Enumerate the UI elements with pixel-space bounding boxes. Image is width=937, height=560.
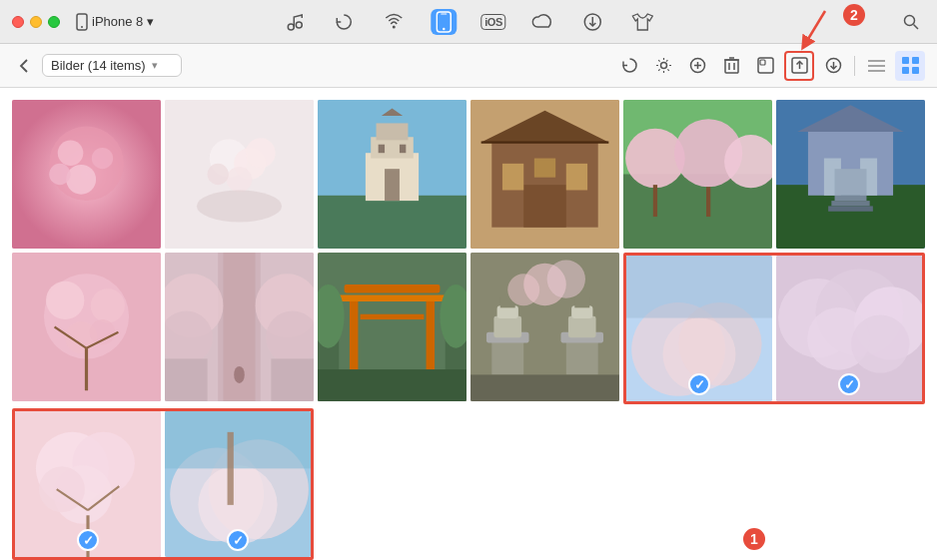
svg-point-139: [36, 432, 109, 505]
svg-point-148: [209, 439, 309, 539]
grid-view-button[interactable]: [895, 51, 925, 81]
photo-item[interactable]: [12, 253, 161, 401]
svg-point-133: [778, 279, 857, 357]
view-divider: [854, 56, 855, 76]
svg-rect-78: [835, 169, 867, 196]
export-button[interactable]: [784, 51, 814, 81]
svg-rect-70: [653, 185, 657, 217]
selection-group-1: ✓ ✓: [623, 253, 925, 404]
upload-button[interactable]: [818, 51, 848, 81]
svg-point-13: [660, 63, 666, 69]
svg-point-134: [816, 270, 904, 357]
toolbar-center: iOS: [281, 9, 655, 35]
svg-rect-118: [566, 337, 598, 374]
svg-point-44: [227, 167, 253, 193]
backup-icon[interactable]: [331, 9, 357, 35]
photo-grid: ✓ ✓: [8, 96, 929, 560]
svg-rect-17: [725, 60, 738, 73]
selection-group-2: ✓ ✓: [12, 408, 314, 560]
svg-rect-111: [318, 369, 467, 401]
minimize-button[interactable]: [30, 16, 42, 28]
device-selector[interactable]: iPhone 8 ▾: [76, 13, 154, 31]
svg-rect-151: [228, 432, 234, 505]
svg-point-84: [46, 281, 84, 319]
ios-icon[interactable]: iOS: [480, 14, 505, 30]
phone-icon[interactable]: [431, 9, 457, 35]
photo-item[interactable]: [165, 100, 314, 249]
svg-rect-34: [912, 67, 919, 74]
device-name: iPhone 8: [92, 14, 143, 29]
list-view-button[interactable]: [861, 51, 891, 81]
photo-item[interactable]: [623, 100, 772, 249]
svg-rect-115: [493, 316, 521, 337]
device-chevron: ▾: [147, 14, 154, 29]
svg-point-141: [54, 465, 112, 523]
folder-chevron: ▾: [152, 59, 158, 72]
svg-point-125: [507, 274, 539, 305]
wallpaper-button[interactable]: [750, 51, 780, 81]
device-phone-icon: [76, 13, 88, 31]
svg-rect-102: [345, 284, 441, 293]
svg-line-11: [914, 24, 919, 29]
svg-rect-33: [902, 67, 909, 74]
svg-rect-49: [318, 196, 467, 249]
toolbar-actions: [614, 51, 925, 81]
maximize-button[interactable]: [48, 16, 60, 28]
refresh-button[interactable]: [614, 51, 644, 81]
photo-item[interactable]: ✓: [165, 411, 311, 557]
svg-rect-120: [568, 316, 596, 337]
svg-line-144: [57, 489, 88, 510]
photo-item[interactable]: [318, 100, 467, 249]
svg-rect-79: [835, 196, 867, 201]
svg-point-47: [197, 190, 282, 222]
svg-point-147: [170, 448, 264, 542]
photo-item[interactable]: ✓: [15, 411, 161, 557]
photo-item[interactable]: [318, 253, 467, 401]
photo-item[interactable]: [470, 100, 619, 249]
svg-rect-97: [165, 358, 208, 401]
folder-selector[interactable]: Bilder (14 items) ▾: [42, 54, 182, 77]
photo-item[interactable]: [776, 100, 925, 249]
photo-item[interactable]: [470, 253, 619, 401]
download-icon[interactable]: [580, 9, 606, 35]
delete-button[interactable]: [716, 51, 746, 81]
music-icon[interactable]: [281, 9, 307, 35]
add-button[interactable]: [682, 51, 712, 81]
svg-point-100: [234, 366, 245, 383]
svg-rect-71: [706, 187, 710, 217]
wifi-icon[interactable]: [381, 9, 407, 35]
check-badge: ✓: [227, 529, 249, 551]
cloud-icon[interactable]: [530, 9, 556, 35]
check-badge: ✓: [838, 373, 860, 395]
svg-point-129: [678, 302, 761, 385]
titlebar-right: [897, 8, 925, 36]
close-button[interactable]: [12, 16, 24, 28]
svg-rect-122: [574, 297, 589, 308]
svg-rect-54: [379, 145, 385, 154]
svg-rect-61: [502, 164, 523, 191]
photo-item[interactable]: [12, 100, 161, 249]
svg-rect-52: [377, 123, 409, 140]
svg-point-3: [296, 22, 302, 28]
svg-point-140: [72, 432, 135, 495]
svg-point-39: [66, 165, 96, 195]
svg-point-136: [807, 307, 870, 370]
photo-item[interactable]: [165, 253, 314, 401]
svg-rect-123: [470, 374, 619, 401]
svg-point-45: [208, 164, 229, 185]
folder-toolbar: Bilder (14 items) ▾: [0, 44, 937, 88]
tshirt-icon[interactable]: [630, 9, 656, 35]
svg-line-145: [88, 486, 119, 510]
photo-item[interactable]: ✓: [626, 256, 772, 401]
main-content: ✓ ✓: [0, 88, 937, 560]
check-badge: ✓: [688, 373, 710, 395]
svg-point-37: [58, 140, 84, 166]
svg-point-7: [443, 27, 445, 29]
back-button[interactable]: [12, 54, 36, 78]
search-button[interactable]: [897, 8, 925, 36]
svg-point-40: [49, 164, 70, 185]
svg-point-2: [288, 24, 294, 30]
photo-item[interactable]: ✓: [776, 256, 922, 401]
check-badge: ✓: [77, 529, 99, 551]
settings-button[interactable]: [648, 51, 678, 81]
